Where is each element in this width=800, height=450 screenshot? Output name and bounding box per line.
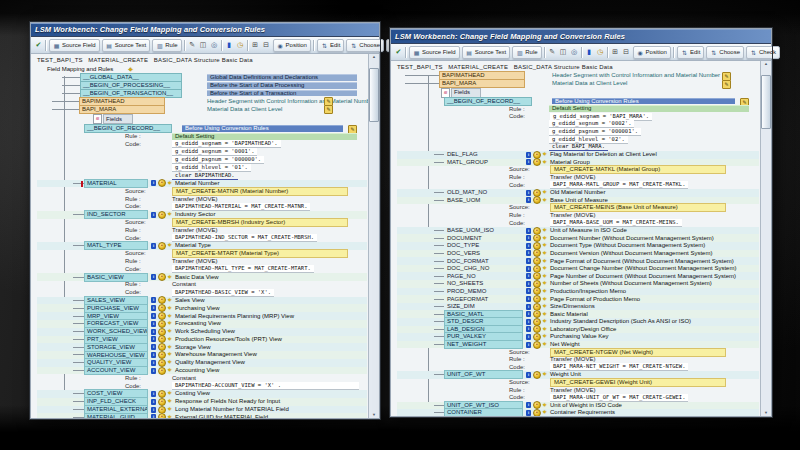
rule-type-icon[interactable]: i (151, 360, 156, 366)
mapping-icon[interactable]: ✦ (542, 333, 547, 340)
rule-type-icon[interactable]: i (526, 235, 531, 241)
mapping-icon[interactable]: ✦ (542, 265, 547, 272)
abap-code-line[interactable]: g_edidd_segnum = '0001'. (172, 148, 257, 156)
mapping-icon[interactable]: ✦ (167, 274, 172, 281)
rule-type-icon[interactable]: i (151, 243, 156, 249)
rule-type-icon[interactable]: i (151, 321, 156, 327)
conversion-icon[interactable]: ● (533, 333, 541, 341)
rule-type-icon[interactable]: i (526, 319, 531, 325)
mapping-icon[interactable]: ✦ (167, 359, 172, 366)
mapping-icon[interactable]: ✦ (542, 318, 547, 325)
edit-button[interactable]: ⇅Edit (317, 39, 344, 52)
rule-type-icon[interactable]: i (526, 281, 531, 287)
abap-code-line[interactable]: BAPIMATHEAD-MATERIAL = MAT_CREATE-MATNR. (172, 203, 310, 211)
rule-type-icon[interactable]: i (526, 342, 531, 348)
mapping-icon[interactable]: ✦ (542, 242, 547, 249)
field-name-label[interactable]: CONTAINER (444, 408, 523, 416)
change-icon[interactable]: ✎ (548, 47, 557, 58)
rule-type-icon[interactable]: i (526, 197, 531, 203)
rule-type-icon[interactable]: i (526, 372, 531, 378)
conversion-icon[interactable]: ● (158, 406, 166, 414)
edit-pencil-icon[interactable]: ✎ (324, 105, 333, 114)
rule-type-icon[interactable]: i (151, 407, 156, 413)
mapping-icon[interactable]: ✦ (167, 344, 172, 351)
conversion-icon[interactable]: ● (158, 320, 166, 328)
scroll-down-arrow[interactable]: ▼ (764, 410, 768, 416)
conversion-icon[interactable]: ● (158, 304, 166, 312)
continue-icon[interactable]: ✔ (34, 40, 43, 51)
rule-type-icon[interactable]: i (526, 273, 531, 279)
source-field-button[interactable]: ▦Source Field (409, 46, 460, 59)
abap-code-line[interactable]: clear BAPI_MARA. (549, 143, 608, 151)
abap-code-line[interactable]: g_edidd_psgnum = '000000'. (172, 156, 264, 164)
mapping-icon[interactable]: ✦ (167, 305, 172, 312)
mapping-icon[interactable]: ✦ (542, 288, 547, 295)
conversion-icon[interactable]: ● (158, 359, 166, 367)
expand-all-icon[interactable]: ⊞ (611, 47, 620, 58)
conversion-icon[interactable]: ● (158, 328, 166, 336)
mapping-icon[interactable]: ✦ (167, 336, 172, 343)
rule-type-icon[interactable]: i (151, 274, 156, 280)
rule-type-icon[interactable]: i (526, 190, 531, 196)
display-icon[interactable]: ◫ (199, 40, 208, 51)
check-button[interactable]: ⇅Check (746, 46, 780, 59)
abap-code-line[interactable]: BAPIMATHEAD-IND_SECTOR = MAT_CREATE-MBRS… (172, 234, 317, 242)
rule-type-icon[interactable]: i (151, 414, 156, 418)
edit-pencil-icon[interactable]: ✎ (722, 80, 731, 89)
rule-type-icon[interactable]: i (151, 336, 156, 342)
tree-root-label[interactable]: Field Mapping and Rules (47, 66, 113, 73)
rule-type-icon[interactable]: i (526, 228, 531, 234)
scroll-up-arrow[interactable]: ▲ (764, 61, 768, 67)
abap-code-line[interactable]: BAPI_MARA-BASE_UOM = MAT_CREATE-MEINS. (550, 219, 682, 227)
mapping-icon[interactable]: ✦ (542, 151, 547, 158)
rule-type-icon[interactable]: i (526, 296, 531, 302)
vertical-scrollbar[interactable]: ▲▼ (368, 54, 379, 418)
rule-type-icon[interactable]: i (151, 313, 156, 319)
abap-code-line[interactable]: g_edidd_segnam = 'BAPIMATHEAD'. (172, 140, 281, 148)
scroll-down-arrow[interactable]: ▼ (372, 412, 376, 418)
conversion-icon[interactable]: ● (158, 343, 166, 351)
mapping-icon[interactable]: ✦ (542, 250, 547, 257)
change-icon[interactable]: ✎ (188, 40, 197, 51)
conversion-icon[interactable]: ● (533, 371, 541, 379)
conversion-icon[interactable]: ● (158, 390, 166, 398)
scrollbar-thumb[interactable] (761, 75, 771, 129)
conversion-icon[interactable]: ● (158, 335, 166, 343)
mapping-icon[interactable]: ✦ (542, 280, 547, 287)
collapse-all-icon[interactable]: ⊟ (262, 40, 271, 51)
rule-type-icon[interactable]: i (526, 258, 531, 264)
conversion-icon[interactable]: ● (158, 296, 166, 304)
conversion-icon[interactable]: ● (158, 351, 166, 359)
scroll-up-arrow[interactable]: ▲ (372, 54, 376, 60)
conversion-icon[interactable]: ● (158, 312, 166, 320)
abap-code-line[interactable]: BAPIMATHEAD-BASIC_VIEW = 'X'. (172, 289, 274, 297)
rule-button[interactable]: ▥Rule (512, 46, 541, 59)
position-button[interactable]: ◉Position (273, 39, 311, 52)
mapping-icon[interactable]: ✦ (167, 320, 172, 327)
source-text-button[interactable]: ▤Source Text (102, 39, 151, 52)
rule-type-icon[interactable]: i (526, 152, 531, 158)
rule-type-icon[interactable]: i (151, 391, 156, 397)
abap-code-line[interactable]: BAPI_MARA-UNIT_OF_WT = MAT_CREATE-GEWEI. (550, 394, 688, 402)
rule-type-icon[interactable]: i (151, 305, 156, 311)
rule-type-icon[interactable]: i (526, 266, 531, 272)
rule-type-icon[interactable]: i (526, 304, 531, 310)
rule-button[interactable]: ▥Rule (152, 39, 181, 52)
rule-type-icon[interactable]: i (151, 297, 156, 303)
abap-code-line[interactable]: BAPI_MARA-NET_WEIGHT = MAT_CREATE-NTGEW. (550, 363, 688, 371)
processing-times-icon[interactable]: ◷ (596, 47, 605, 58)
rule-type-icon[interactable]: i (526, 326, 531, 332)
mapping-icon[interactable]: ✦ (167, 398, 172, 405)
rule-type-icon[interactable]: i (151, 212, 156, 218)
conversion-icon[interactable]: ● (158, 273, 166, 281)
mapping-icon[interactable]: ✦ (542, 326, 547, 333)
technical-fields-icon[interactable]: ▮ (585, 47, 594, 58)
conversion-icon[interactable]: ● (533, 341, 541, 349)
rule-type-icon[interactable]: i (526, 334, 531, 340)
abap-code-line[interactable]: BAPIMATHEAD-MATL_TYPE = MAT_CREATE-MTART… (172, 265, 314, 273)
mapping-icon[interactable]: ✦ (542, 303, 547, 310)
rule-type-icon[interactable]: i (151, 399, 156, 405)
rule-type-icon[interactable]: i (151, 352, 156, 358)
mapping-icon[interactable]: ✦ (542, 189, 547, 196)
continue-icon[interactable]: ✔ (394, 47, 403, 58)
